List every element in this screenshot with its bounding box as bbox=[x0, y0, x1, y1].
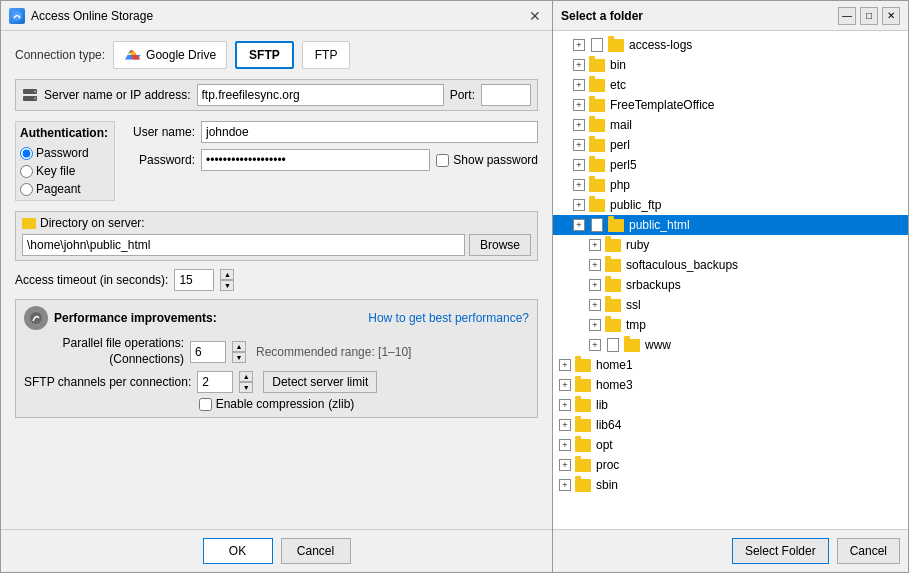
tree-item[interactable]: +sbin bbox=[553, 475, 908, 495]
left-dialog: Access Online Storage ✕ Connection type:… bbox=[0, 0, 553, 573]
tree-item[interactable]: +lib64 bbox=[553, 415, 908, 435]
tree-item[interactable]: +softaculous_backups bbox=[553, 255, 908, 275]
expand-button[interactable]: + bbox=[559, 419, 571, 431]
tree-item[interactable]: +php bbox=[553, 175, 908, 195]
tree-item[interactable]: +opt bbox=[553, 435, 908, 455]
parallel-down-button[interactable]: ▼ bbox=[232, 352, 246, 363]
tree-item[interactable]: +ruby bbox=[553, 235, 908, 255]
ftp-button[interactable]: FTP bbox=[302, 41, 351, 69]
perf-link[interactable]: How to get best performance? bbox=[368, 311, 529, 325]
auth-pageant-radio[interactable] bbox=[20, 183, 33, 196]
expand-button[interactable]: + bbox=[559, 459, 571, 471]
timeout-label: Access timeout (in seconds): bbox=[15, 273, 168, 287]
expand-button[interactable]: + bbox=[589, 299, 601, 311]
expand-button[interactable]: + bbox=[573, 139, 585, 151]
expand-button[interactable]: + bbox=[589, 279, 601, 291]
folder-icon bbox=[624, 339, 640, 352]
tree-item[interactable]: +public_html bbox=[553, 215, 908, 235]
expand-button[interactable]: + bbox=[573, 119, 585, 131]
timeout-down-button[interactable]: ▼ bbox=[220, 280, 234, 291]
password-input[interactable] bbox=[201, 149, 430, 171]
folder-icon bbox=[575, 359, 591, 372]
parallel-up-button[interactable]: ▲ bbox=[232, 341, 246, 352]
folder-name: proc bbox=[596, 458, 619, 472]
left-close-button[interactable]: ✕ bbox=[526, 7, 544, 25]
minimize-button[interactable]: — bbox=[838, 7, 856, 25]
expand-button[interactable]: + bbox=[573, 179, 585, 191]
expand-button[interactable]: + bbox=[559, 399, 571, 411]
tree-item[interactable]: +srbackups bbox=[553, 275, 908, 295]
sftp-channels-up-button[interactable]: ▲ bbox=[239, 371, 253, 382]
expand-button[interactable]: + bbox=[589, 259, 601, 271]
folder-name: www bbox=[645, 338, 671, 352]
tree-item[interactable]: +perl bbox=[553, 135, 908, 155]
tree-item[interactable]: +proc bbox=[553, 455, 908, 475]
tree-item[interactable]: +home1 bbox=[553, 355, 908, 375]
right-cancel-button[interactable]: Cancel bbox=[837, 538, 900, 564]
tree-item[interactable]: +perl5 bbox=[553, 155, 908, 175]
expand-button[interactable]: + bbox=[573, 39, 585, 51]
tree-item[interactable]: +FreeTemplateOffice bbox=[553, 95, 908, 115]
select-folder-button[interactable]: Select Folder bbox=[732, 538, 829, 564]
directory-input[interactable] bbox=[22, 234, 465, 256]
tree-item[interactable]: +public_ftp bbox=[553, 195, 908, 215]
auth-keyfile-radio[interactable] bbox=[20, 165, 33, 178]
folder-icon bbox=[575, 419, 591, 432]
show-password-checkbox[interactable] bbox=[436, 154, 449, 167]
tree-item[interactable]: +ssl bbox=[553, 295, 908, 315]
cancel-button[interactable]: Cancel bbox=[281, 538, 351, 564]
server-input[interactable] bbox=[197, 84, 444, 106]
expand-button[interactable]: + bbox=[559, 379, 571, 391]
ok-button[interactable]: OK bbox=[203, 538, 273, 564]
perf-icon bbox=[24, 306, 48, 330]
username-input[interactable] bbox=[201, 121, 538, 143]
dir-folder-icon bbox=[22, 218, 36, 229]
file-badge-icon bbox=[591, 218, 603, 232]
expand-button[interactable]: + bbox=[573, 59, 585, 71]
folder-icon bbox=[589, 159, 605, 172]
expand-button[interactable]: + bbox=[573, 199, 585, 211]
folder-tree[interactable]: +access-logs+bin+etc+FreeTemplateOffice+… bbox=[553, 31, 908, 529]
expand-button[interactable]: + bbox=[589, 339, 601, 351]
detect-server-limit-button[interactable]: Detect server limit bbox=[263, 371, 377, 393]
tree-item[interactable]: +etc bbox=[553, 75, 908, 95]
ok-label: OK bbox=[229, 544, 246, 558]
dir-title-row: Directory on server: bbox=[22, 216, 531, 230]
compress-checkbox[interactable] bbox=[199, 398, 212, 411]
tree-item[interactable]: +www bbox=[553, 335, 908, 355]
tree-item[interactable]: +tmp bbox=[553, 315, 908, 335]
cancel-label: Cancel bbox=[297, 544, 334, 558]
auth-pageant-row[interactable]: Pageant bbox=[20, 182, 110, 196]
tree-item[interactable]: +mail bbox=[553, 115, 908, 135]
expand-button[interactable]: + bbox=[559, 359, 571, 371]
expand-button[interactable]: + bbox=[573, 159, 585, 171]
maximize-button[interactable]: □ bbox=[860, 7, 878, 25]
timeout-up-button[interactable]: ▲ bbox=[220, 269, 234, 280]
folder-name: etc bbox=[610, 78, 626, 92]
port-input[interactable] bbox=[481, 84, 531, 106]
parallel-spinner: ▲ ▼ bbox=[232, 341, 246, 363]
right-close-button[interactable]: ✕ bbox=[882, 7, 900, 25]
sftp-channels-down-button[interactable]: ▼ bbox=[239, 382, 253, 393]
expand-button[interactable]: + bbox=[559, 439, 571, 451]
expand-button[interactable]: + bbox=[559, 479, 571, 491]
expand-button[interactable]: + bbox=[573, 99, 585, 111]
timeout-input[interactable] bbox=[174, 269, 214, 291]
expand-button[interactable]: + bbox=[573, 219, 585, 231]
expand-button[interactable]: + bbox=[573, 79, 585, 91]
auth-password-radio[interactable] bbox=[20, 147, 33, 160]
auth-password-row[interactable]: Password bbox=[20, 146, 110, 160]
tree-item[interactable]: +lib bbox=[553, 395, 908, 415]
parallel-input[interactable] bbox=[190, 341, 226, 363]
folder-name: public_ftp bbox=[610, 198, 661, 212]
expand-button[interactable]: + bbox=[589, 239, 601, 251]
tree-item[interactable]: +bin bbox=[553, 55, 908, 75]
sftp-channels-input[interactable] bbox=[197, 371, 233, 393]
gdrive-button[interactable]: Google Drive bbox=[113, 41, 227, 69]
tree-item[interactable]: +access-logs bbox=[553, 35, 908, 55]
sftp-button[interactable]: SFTP bbox=[235, 41, 294, 69]
auth-keyfile-row[interactable]: Key file bbox=[20, 164, 110, 178]
expand-button[interactable]: + bbox=[589, 319, 601, 331]
tree-item[interactable]: +home3 bbox=[553, 375, 908, 395]
browse-button[interactable]: Browse bbox=[469, 234, 531, 256]
